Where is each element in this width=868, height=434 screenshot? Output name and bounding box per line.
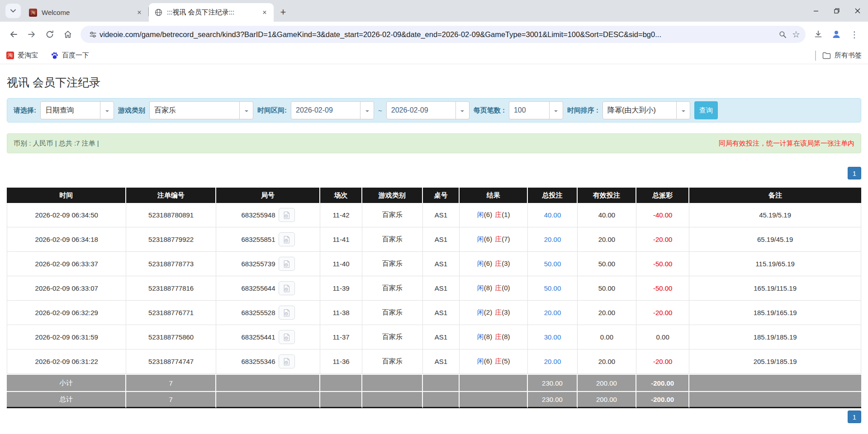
- video-replay-button[interactable]: [279, 354, 295, 368]
- tab-betrecord[interactable]: :::视讯 会员下注纪录::: ×: [149, 3, 274, 22]
- tab-search-button[interactable]: [5, 4, 21, 18]
- cell-bet-id: 523188774747: [126, 349, 216, 374]
- close-icon: [855, 8, 860, 14]
- table-header-row: 时间 注单编号 局号 场次 游戏类别 桌号 结果 总投注 有效投注 总派彩 备注: [7, 188, 861, 203]
- video-replay-button[interactable]: [279, 281, 295, 295]
- video-replay-button[interactable]: [279, 232, 295, 246]
- result-player: 闲: [477, 333, 484, 340]
- query-type-select[interactable]: 日期查询: [40, 101, 114, 119]
- result-player-count: (8): [484, 333, 492, 340]
- tab-welcome[interactable]: 淘 Welcome ×: [24, 3, 148, 22]
- cell-game-kind: 百家乐: [362, 325, 423, 349]
- tilde-separator: ~: [378, 107, 382, 114]
- bookmark-baidu[interactable]: 百度一下: [51, 51, 89, 60]
- header-game-kind: 游戏类别: [362, 188, 423, 203]
- cell-session: 11-37: [320, 325, 362, 349]
- chevron-down-icon[interactable]: [549, 102, 563, 119]
- maximize-button[interactable]: [826, 0, 847, 22]
- chevron-down-icon[interactable]: [239, 102, 253, 119]
- browser-window: 淘 Welcome × :::视讯 会员下注纪录::: × +: [0, 0, 868, 423]
- total-bet-link[interactable]: 40.00: [544, 211, 561, 219]
- cell-time: 2026-02-09 06:31:59: [7, 325, 126, 349]
- downloads-button[interactable]: [811, 27, 826, 42]
- close-window-button[interactable]: [847, 0, 868, 22]
- page-size-select[interactable]: 100: [509, 101, 563, 119]
- sort-select[interactable]: 降幂(由大到小): [602, 101, 690, 119]
- video-replay-button[interactable]: [279, 257, 295, 271]
- game-kind-select[interactable]: 百家乐: [149, 101, 253, 119]
- cell-total-bet: 40.00: [528, 203, 578, 227]
- bookmark-aitaobao[interactable]: 淘 爱淘宝: [6, 51, 38, 60]
- menu-kebab-icon[interactable]: ⋮: [847, 27, 862, 42]
- chevron-down-icon[interactable]: [360, 102, 374, 119]
- subtotal-count: 7: [126, 374, 216, 391]
- total-bet-link[interactable]: 20.00: [544, 236, 561, 243]
- reload-button[interactable]: [42, 27, 57, 42]
- tab-title: :::视讯 会员下注纪录:::: [167, 8, 260, 17]
- cell-round: 683255346: [216, 349, 320, 374]
- profile-button[interactable]: [829, 27, 844, 42]
- forward-button[interactable]: [24, 27, 39, 42]
- cell-bet-id: 523188775860: [126, 325, 216, 349]
- minimize-button[interactable]: [806, 0, 826, 22]
- total-label: 总计: [7, 391, 126, 408]
- url-text[interactable]: videoie.com/game/betrecord_search/kind3?…: [100, 30, 776, 39]
- total-bet-link[interactable]: 50.00: [544, 284, 561, 292]
- new-tab-button[interactable]: +: [276, 5, 290, 19]
- result-player: 闲: [477, 357, 484, 365]
- header-valid-bet: 有效投注: [578, 188, 636, 203]
- cell-game-kind: 百家乐: [362, 301, 423, 325]
- table-row: 2026-02-09 06:33:37 523188778773 6832557…: [7, 252, 861, 276]
- total-row: 总计 7 230.00 200.00 -200.00: [7, 391, 861, 408]
- all-bookmarks-button[interactable]: 所有书签: [822, 51, 862, 60]
- result-banker: 庄: [495, 308, 502, 316]
- taobao-icon: 淘: [6, 52, 14, 59]
- close-icon[interactable]: ×: [260, 8, 269, 17]
- subtotal-valid-bet: 200.00: [578, 374, 636, 391]
- result-player-count: (6): [484, 235, 492, 243]
- date-end-select[interactable]: 2026-02-09: [386, 101, 470, 119]
- cell-remark: 185.19/165.19: [689, 301, 861, 325]
- summary-bar: 币别 : 人民币 | 总共 :7 注单 | 同局有效投注，统一计算在该局第一张注…: [7, 133, 861, 153]
- cell-session: 11-42: [320, 203, 362, 227]
- bookmark-star-icon[interactable]: ☆: [789, 28, 803, 41]
- cell-table-no: AS1: [423, 203, 460, 227]
- chevron-down-icon[interactable]: [455, 102, 469, 119]
- cell-payout: -20.00: [636, 301, 689, 325]
- search-button[interactable]: 查询: [694, 101, 718, 119]
- cell-table-no: AS1: [423, 276, 460, 301]
- total-bet-link[interactable]: 20.00: [544, 358, 561, 365]
- home-button[interactable]: [60, 27, 76, 42]
- subtotal-payout: -200.00: [636, 374, 689, 391]
- close-icon[interactable]: ×: [135, 8, 144, 17]
- table-row: 2026-02-09 06:32:29 523188776771 6832555…: [7, 301, 861, 325]
- cell-total-bet: 20.00: [528, 227, 578, 252]
- result-player-count: (2): [484, 308, 492, 316]
- video-replay-button[interactable]: [279, 208, 295, 222]
- video-file-icon: [283, 358, 291, 366]
- back-button[interactable]: [6, 27, 21, 42]
- pagination-button-top[interactable]: 1: [848, 167, 861, 179]
- result-banker-count: (7): [502, 235, 510, 243]
- cell-round: 683255441: [216, 325, 320, 349]
- table-row: 2026-02-09 06:31:22 523188774747 6832553…: [7, 349, 861, 374]
- date-start-select[interactable]: 2026-02-09: [291, 101, 374, 119]
- header-result: 结果: [460, 188, 528, 203]
- cell-time: 2026-02-09 06:33:37: [7, 252, 126, 276]
- pagination-button-bottom[interactable]: 1: [848, 410, 861, 423]
- welcome-favicon-icon: 淘: [29, 9, 37, 17]
- total-bet-link[interactable]: 50.00: [544, 260, 561, 268]
- table-body: 2026-02-09 06:34:50 523188780891 6832559…: [7, 203, 861, 374]
- total-bet-link[interactable]: 20.00: [544, 309, 561, 316]
- filter-panel: 请选择: 日期查询 游戏类别 百家乐 时间区间: 2026-02-09 ~ 20…: [7, 98, 861, 123]
- total-count: 7: [126, 391, 216, 408]
- url-bar[interactable]: videoie.com/game/betrecord_search/kind3?…: [81, 26, 806, 43]
- zoom-icon[interactable]: [776, 28, 789, 41]
- header-session: 场次: [320, 188, 362, 203]
- video-replay-button[interactable]: [279, 330, 295, 344]
- chevron-down-icon[interactable]: [676, 102, 690, 119]
- total-bet-link[interactable]: 30.00: [544, 333, 561, 341]
- video-replay-button[interactable]: [279, 306, 295, 320]
- chevron-down-icon[interactable]: [100, 102, 114, 119]
- site-settings-icon[interactable]: [86, 28, 100, 41]
